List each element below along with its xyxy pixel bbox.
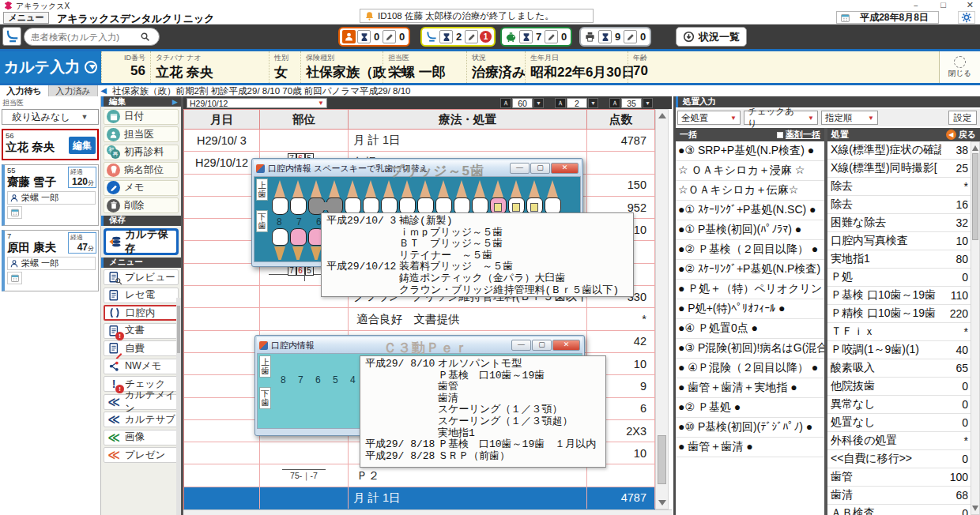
- edit-item-date[interactable]: 日付: [104, 109, 179, 125]
- menu-item-karte-main[interactable]: ≪ カルテメイン: [104, 394, 179, 410]
- filter-checked[interactable]: チェックあり▼: [744, 111, 818, 125]
- menu-item-document[interactable]: ! 文書: [104, 323, 179, 339]
- batch-item[interactable]: ●④ Ｐ処置0点 ●: [676, 319, 824, 339]
- edit-item-memo[interactable]: メモ: [104, 180, 179, 196]
- batch-item[interactable]: ●① ｽｹｰﾘﾝｸﾞ+P基処(N.SC) ●: [676, 201, 824, 220]
- scroll-down-icon[interactable]: [972, 506, 978, 511]
- batch-item[interactable]: ●⑩ P基検(初回)(ﾃﾞｼﾞﾊﾟﾉ) ●: [676, 418, 824, 438]
- window-titlebar[interactable]: 口腔内情報 Ｃ３動Ｐｅｒ — ▢ ✕: [257, 337, 582, 353]
- filter-order[interactable]: 指定順▼: [821, 111, 878, 125]
- procedure-item[interactable]: 除去16: [827, 196, 971, 214]
- calendar-button[interactable]: [7, 272, 22, 284]
- karte-row[interactable]: 適合良好 文書提供*: [184, 308, 655, 330]
- close-button[interactable]: ✕: [552, 340, 580, 351]
- scroll-up-icon[interactable]: [972, 145, 978, 151]
- batch-item[interactable]: ● P処+(特)ﾍﾟﾘｵﾌｨｰﾙ ●: [676, 299, 824, 319]
- edit-item-delete[interactable]: 削除: [104, 197, 179, 213]
- menu-scrollbar[interactable]: [176, 298, 181, 515]
- tab-input-done[interactable]: 入力済み: [49, 85, 98, 96]
- tooth[interactable]: [489, 179, 507, 216]
- tooth[interactable]: [507, 179, 526, 216]
- procedure-item[interactable]: 困難な除去32: [827, 214, 971, 232]
- procedure-item[interactable]: X線(標準型)症状の確認38: [827, 141, 971, 160]
- karte-scrollbar[interactable]: [655, 109, 669, 509]
- batch-item[interactable]: ● Ｐ処＋（特）ペリオクリン ●: [676, 280, 824, 299]
- batch-item[interactable]: ● 歯管＋歯清 ●: [676, 438, 824, 457]
- drug-batch-toggle[interactable]: 薬剤一括: [786, 129, 820, 141]
- close-button[interactable]: ✕: [551, 163, 579, 174]
- procedure-item[interactable]: ＴＦｉｘ*: [827, 323, 971, 341]
- settings-gear-button[interactable]: [958, 11, 975, 24]
- batch-item[interactable]: ●③ SRP+P基処(N.P検査) ●: [676, 141, 824, 161]
- font-size-control[interactable]: Ａ35▼: [609, 98, 653, 108]
- edit-button[interactable]: 編集: [69, 137, 96, 154]
- menu-item-nw-memo[interactable]: NWメモ: [104, 359, 179, 374]
- procedure-item[interactable]: Ｐ処0: [827, 269, 971, 287]
- filter-all-procedures[interactable]: 全処置▼: [677, 111, 741, 125]
- patient-search-box[interactable]: [24, 28, 160, 46]
- procedure-item[interactable]: 外科後の処置*: [827, 432, 971, 450]
- back-arrow-icon[interactable]: ◀: [946, 130, 956, 140]
- procedure-item[interactable]: 異常なし0: [827, 396, 971, 414]
- procedure-scrollbar[interactable]: [971, 141, 980, 515]
- batch-item[interactable]: ● 歯管＋歯清＋実地指 ●: [676, 378, 824, 398]
- window-titlebar[interactable]: 口腔内情報 スペースキーで乳歯に切替え ブリッジ～5歯 — ▢ ✕: [254, 160, 581, 176]
- menu-item-self-pay[interactable]: 自費: [104, 340, 179, 356]
- checkbox-icon[interactable]: [777, 132, 783, 138]
- menu-item-oral-cavity[interactable]: 口腔内: [104, 305, 179, 321]
- batch-item[interactable]: ●② Ｐ基検（２回目以降） ●: [676, 240, 824, 260]
- procedure-item[interactable]: Ｐ精検 口10歯～19歯220: [827, 305, 971, 323]
- edit-item-first-revisit-fee[interactable]: 初再 初再診料: [104, 145, 179, 160]
- batch-item[interactable]: ●② Ｐ基処 ●: [676, 398, 824, 418]
- patient-card[interactable]: 55 経過120分 齋藤 雪子 栄螺 一郎: [2, 164, 99, 226]
- tooth[interactable]: [362, 179, 380, 216]
- procedure-item[interactable]: ＡＢ検査0: [827, 505, 971, 515]
- procedure-item[interactable]: 他院抜歯0: [827, 378, 971, 396]
- minimize-button[interactable]: —: [511, 340, 531, 351]
- batch-item[interactable]: ● ④Ｐ混険（２回目以降） ●: [676, 359, 824, 378]
- batch-item[interactable]: ●① P基検(初回)(ﾊﾟﾉﾗﾏ) ●: [676, 220, 824, 240]
- menu-item-rece-den[interactable]: レセ電: [104, 288, 179, 303]
- tooth[interactable]: [344, 179, 362, 216]
- maximize-button[interactable]: ▢: [530, 163, 550, 174]
- karte-row[interactable]: H29/10/ 3 月 計 1日4787: [184, 130, 655, 152]
- notification-banner[interactable]: ID108 佐藤 太郎様の治療が終了しました。: [360, 9, 594, 23]
- karte-save-button[interactable]: カルテ保存: [104, 228, 179, 255]
- collapse-sidebar-icon[interactable]: ◀: [98, 85, 109, 96]
- tooth[interactable]: [271, 179, 289, 216]
- tooth[interactable]: [398, 179, 416, 216]
- edit-item-disease-part[interactable]: 病名部位: [104, 162, 179, 178]
- tooth[interactable]: [289, 227, 307, 259]
- settings-button[interactable]: 設定: [948, 111, 977, 125]
- scroll-up-icon[interactable]: [658, 113, 666, 118]
- status-list-button[interactable]: 状況一覧: [676, 27, 747, 47]
- tooth[interactable]: [271, 227, 289, 259]
- tab-input-waiting[interactable]: 入力待ち: [0, 85, 49, 96]
- procedure-item[interactable]: 口腔内写真検査10: [827, 232, 971, 250]
- karte-date-dropdown[interactable]: H29/10/12 ▼: [187, 98, 327, 108]
- patient-card-selected[interactable]: 56 立花 奈央 編集: [2, 129, 99, 160]
- tooth[interactable]: [544, 179, 562, 216]
- procedure-item[interactable]: X線(標準型)同時撮影[25: [827, 160, 971, 178]
- line-spacing-control[interactable]: Ａ2▼: [555, 98, 598, 108]
- maximize-button[interactable]: □: [940, 0, 946, 12]
- counter-group-chair[interactable]: 2 1: [420, 27, 496, 47]
- menu-item-karte-sub[interactable]: ≪ カルテサブ: [104, 412, 179, 427]
- counter-group-accounting[interactable]: 7 0: [500, 27, 572, 47]
- tooth[interactable]: [471, 179, 489, 216]
- procedure-item[interactable]: 除去*: [827, 178, 971, 196]
- batch-item[interactable]: ☆ＯＡキシロカ＋伝麻☆: [676, 181, 824, 201]
- procedure-item[interactable]: 実地指180: [827, 250, 971, 269]
- tooth[interactable]: [380, 179, 398, 216]
- tooth[interactable]: [416, 179, 435, 216]
- calendar-button[interactable]: [7, 206, 22, 219]
- tooth[interactable]: [326, 179, 344, 216]
- procedure-item[interactable]: 処置なし0: [827, 414, 971, 432]
- karte-row-selected[interactable]: 月 計 1日4787: [184, 487, 655, 509]
- menu-item-preview[interactable]: プレビュー: [104, 269, 179, 285]
- tooth[interactable]: [307, 179, 326, 216]
- minimize-button[interactable]: —: [510, 163, 530, 174]
- scroll-down-icon[interactable]: [658, 500, 666, 506]
- row-height-control[interactable]: Ａ60▼: [500, 98, 544, 108]
- procedure-item[interactable]: Ｐ咬調(1～9歯)(1)40: [827, 341, 971, 359]
